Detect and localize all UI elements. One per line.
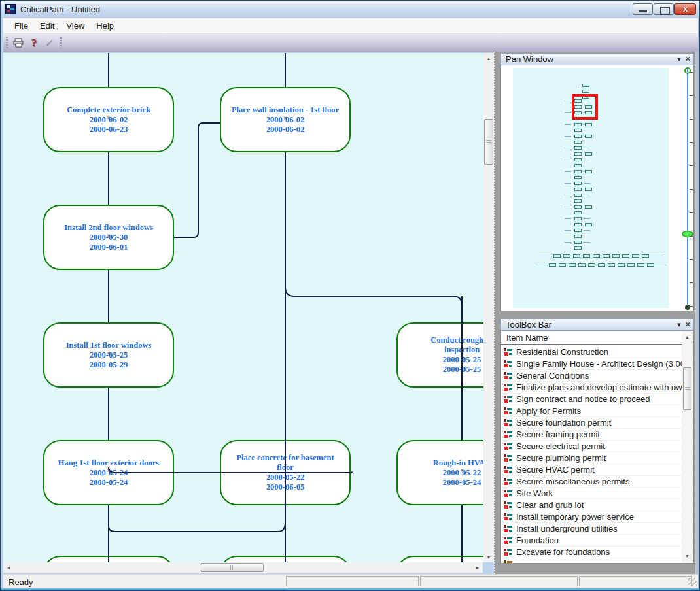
toolbox-list[interactable]: Residential ConstructionSingle Family Ho… <box>501 346 693 564</box>
toolbox-body: Item Name Residential ConstructionSingle… <box>500 331 694 564</box>
pan-window-header[interactable]: Pan Window ▾ ✕ <box>500 53 694 65</box>
toolbar-grip[interactable] <box>6 37 8 49</box>
scroll-right-arrow[interactable]: ► <box>472 562 483 573</box>
scroll-up-arrow[interactable]: ▲ <box>682 332 693 341</box>
diagram-canvas[interactable]: Complete exterior brick2000-06-022000-06… <box>3 53 483 562</box>
minimap-node <box>578 263 586 267</box>
toolbox-item[interactable]: Secure HVAC permit <box>501 464 693 476</box>
line-crossing-mark: × <box>460 354 464 362</box>
close-button[interactable]: x <box>674 3 696 15</box>
toolbox-item[interactable]: Secure electrical permit <box>501 441 693 452</box>
menu-file[interactable]: File <box>9 19 34 33</box>
minimap-dash <box>565 183 571 184</box>
toolbox-item[interactable]: Single Family House - Architect Design (… <box>501 358 693 370</box>
panel-close-icon[interactable]: ✕ <box>685 320 691 329</box>
toolbox-item-label: Secure HVAC permit <box>516 465 595 475</box>
toolbox-item[interactable]: Install underground utilities <box>501 523 693 535</box>
task-icon <box>504 478 512 486</box>
minimap-dash <box>584 183 590 184</box>
task-icon <box>504 407 512 415</box>
minimap-node <box>574 123 582 126</box>
pan-zoom-slider-track[interactable] <box>687 69 688 307</box>
toolbox-item[interactable]: Excavate for foundations <box>501 547 693 558</box>
scroll-down-arrow[interactable]: ▼ <box>483 552 494 562</box>
status-text: Ready <box>9 577 33 587</box>
help-button[interactable]: ? <box>27 36 41 50</box>
window-frame-bottom <box>1 588 700 591</box>
diagram-vscrollbar[interactable]: ▲ ▼ <box>483 53 494 562</box>
print-button[interactable] <box>11 36 26 50</box>
toolbox-item[interactable]: Site Work <box>501 488 693 499</box>
minimap-node <box>574 211 582 214</box>
thumb-grip <box>230 565 234 570</box>
vscroll-thumb[interactable] <box>484 119 493 165</box>
toolbox-scroll-thumb[interactable] <box>683 367 691 410</box>
resize-grip[interactable] <box>688 578 697 586</box>
toolbox-item[interactable]: Secure framing permit <box>501 429 693 441</box>
minimap-dash <box>565 242 571 243</box>
minimap[interactable] <box>501 65 693 311</box>
minimap-viewport-rect[interactable] <box>572 94 598 120</box>
toolbox-item[interactable]: Clear and grub lot <box>501 499 693 511</box>
minimap-dash <box>584 160 590 160</box>
panel-close-icon[interactable]: ✕ <box>685 55 691 63</box>
hscroll-thumb[interactable] <box>201 563 264 572</box>
pen-icon <box>45 38 55 48</box>
title-bar[interactable]: CriticalPath - Untitled x <box>1 1 700 19</box>
minimap-node <box>618 263 625 267</box>
column-header-item-name[interactable]: Item Name <box>501 331 693 345</box>
toolbox-item-label: General Conditions <box>516 371 589 380</box>
menu-help[interactable]: Help <box>90 19 120 33</box>
toolbox-item[interactable]: Finalize plans and develop estimate with… <box>501 382 693 394</box>
minimap-node <box>593 254 600 258</box>
minimap-dash <box>565 124 571 125</box>
panel-menu-icon[interactable]: ▾ <box>677 320 681 329</box>
diagram-hscrollbar[interactable]: ◄ ► <box>3 562 483 573</box>
minimap-node <box>559 263 566 267</box>
minimap-node <box>574 246 582 250</box>
task-icon <box>504 501 512 509</box>
minimap-node <box>574 229 582 232</box>
minimap-node <box>574 152 582 156</box>
scroll-up-arrow[interactable]: ▲ <box>483 53 494 63</box>
slider-tick <box>690 142 693 143</box>
toolbox-item[interactable]: Secure foundation permit <box>501 417 693 429</box>
printer-icon <box>13 38 24 48</box>
task-icon <box>504 549 512 556</box>
slider-tick <box>690 212 693 213</box>
minimap-node <box>583 254 590 258</box>
maximize-button[interactable] <box>654 3 674 15</box>
toolbox-item[interactable]: Sign contract and notice to proceed <box>501 394 693 405</box>
toolbar: ? <box>3 34 698 52</box>
minimap-node <box>588 263 595 267</box>
pan-window-body[interactable] <box>500 65 694 311</box>
task-icon <box>504 466 512 474</box>
minimap-dash <box>584 195 590 195</box>
toolbox-item[interactable]: Residential Construction <box>501 346 693 358</box>
scroll-down-arrow[interactable]: ▼ <box>682 551 693 560</box>
toolbox-item[interactable]: Apply for Permits <box>501 405 693 417</box>
thumb-grip <box>486 140 491 144</box>
draw-button-disabled[interactable] <box>43 36 57 50</box>
toolbox-item[interactable]: Foundation <box>501 535 693 547</box>
slider-tick <box>690 282 693 283</box>
minimap-node <box>574 170 582 173</box>
toolbox-vscrollbar[interactable]: ▲ ▼ <box>682 331 693 563</box>
minimize-button[interactable] <box>633 3 653 15</box>
scroll-left-arrow[interactable]: ◄ <box>3 562 14 573</box>
menu-edit[interactable]: Edit <box>34 19 60 33</box>
toolbox-item[interactable]: Install temporary power service <box>501 511 693 523</box>
minimap-node <box>563 254 570 258</box>
minimap-node <box>622 254 629 258</box>
toolbox-header[interactable]: ToolBox Bar ▾ ✕ <box>500 318 694 331</box>
minimap-node <box>642 254 649 258</box>
app-window: CriticalPath - Untitled x FileEditViewHe… <box>0 0 700 591</box>
panel-menu-icon[interactable]: ▾ <box>677 55 681 63</box>
minimap-node <box>585 135 592 138</box>
toolbox-item[interactable]: Secure miscellaneous permits <box>501 476 693 488</box>
minimap-node <box>574 182 582 185</box>
toolbox-item[interactable]: Secure plumbing permit <box>501 452 693 464</box>
toolbox-item[interactable]: General Conditions <box>501 370 693 382</box>
menu-view[interactable]: View <box>60 19 90 33</box>
toolbox-item-partial[interactable] <box>501 558 693 564</box>
